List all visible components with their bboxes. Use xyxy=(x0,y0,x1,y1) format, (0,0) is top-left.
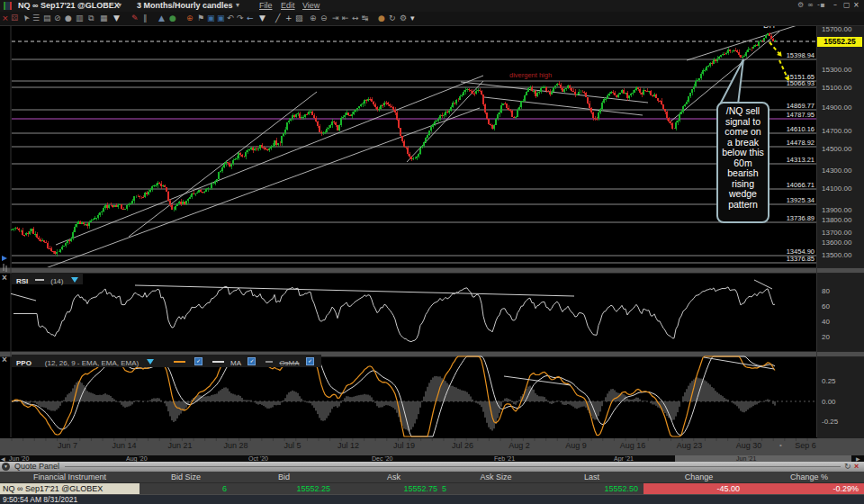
ppo-params: (12, 26, 9 - EMA, EMA, EMA) xyxy=(45,359,139,367)
volume-bars-icon[interactable]: ∥ xyxy=(143,12,148,24)
erase-icon[interactable]: ⊘ xyxy=(54,12,61,24)
svg-text:14610.16: 14610.16 xyxy=(787,125,814,133)
quote-col-header[interactable]: Bid xyxy=(232,472,336,482)
quote-col-header[interactable]: Change xyxy=(644,472,754,482)
maximize-icon[interactable]: ▢ xyxy=(843,1,850,9)
minimize-icon[interactable]: – xyxy=(833,1,837,9)
rsi-label-chip[interactable]: RSI (14) xyxy=(12,273,83,284)
svg-text:-0.25: -0.25 xyxy=(822,418,839,426)
ppo-close-button[interactable]: × xyxy=(2,356,7,364)
menu-view[interactable]: View xyxy=(302,1,320,10)
compress-h-icon[interactable]: ↹ xyxy=(362,12,369,24)
theme-icon[interactable]: ● xyxy=(378,12,385,24)
menu-edit[interactable]: Edit xyxy=(281,1,295,10)
svg-text:14478.92: 14478.92 xyxy=(787,139,814,147)
quote-col-header[interactable]: Ask Size xyxy=(452,472,540,482)
ppo-label-chip[interactable]: PPO (12, 26, 9 - EMA, EMA, EMA) ✓ MA ✓ O… xyxy=(12,355,321,367)
triangle-up-icon[interactable]: ▲ xyxy=(158,12,165,24)
symbol-caret-icon[interactable]: ▾ xyxy=(118,1,122,9)
redo-icon[interactable]: ↷ xyxy=(237,12,244,24)
rsi-settings-icon[interactable] xyxy=(71,277,78,283)
ppo-plot xyxy=(12,356,816,436)
dropdown-icon[interactable]: ▼ xyxy=(113,12,120,24)
quote-row[interactable]: NQ ∞ Sep17'21 @GLOBEX615552.2515552.75 5… xyxy=(0,483,864,494)
ma-checkbox[interactable]: ✓ xyxy=(248,357,256,365)
ppo-settings-icon[interactable] xyxy=(147,359,154,364)
svg-text:14900.00: 14900.00 xyxy=(822,104,852,112)
zoom-in-icon[interactable]: ⊕ xyxy=(310,12,317,24)
svg-text:15700.00: 15700.00 xyxy=(822,25,852,33)
symbol-title[interactable]: NQ ∞ Sep17'21 @GLOBEX xyxy=(18,1,120,10)
text-box-icon[interactable]: ▣ xyxy=(207,12,215,24)
quote-col-header[interactable]: Bid Size xyxy=(140,472,232,482)
settings-icon[interactable]: ⚙ xyxy=(400,12,407,24)
osma-checkbox[interactable]: ✓ xyxy=(306,357,314,365)
quote-col-header[interactable]: Change % xyxy=(754,472,864,482)
draw-pencil-icon[interactable]: ✎ xyxy=(131,12,139,24)
price-chart[interactable]: 15398.9415151.6515066.9314869.7714787.95… xyxy=(0,0,864,504)
trendline-icon[interactable]: ╱ xyxy=(275,12,280,24)
refresh-icon[interactable]: ↻ xyxy=(389,12,396,24)
callout-tail xyxy=(720,59,743,104)
window-close-icon[interactable]: × xyxy=(853,1,860,9)
date-label: Jun 21 xyxy=(158,441,202,450)
bar-right-icon[interactable]: ⇥ xyxy=(332,12,339,24)
osma-line-sample xyxy=(266,361,273,363)
circle-icon[interactable]: ● xyxy=(65,12,72,24)
quote-col-header[interactable]: Financial Instrument xyxy=(0,472,140,482)
target-icon[interactable]: ⊕ xyxy=(186,12,194,24)
gear-icon[interactable]: ⚙ xyxy=(797,1,804,9)
grid-icon[interactable]: ▦ xyxy=(100,12,108,24)
date-label: Aug 9 xyxy=(554,441,598,450)
svg-text:13925.34: 13925.34 xyxy=(787,196,814,204)
folder-icon[interactable]: ▥ xyxy=(76,12,84,24)
layout-dice-icon[interactable]: ⚄ xyxy=(11,12,18,24)
svg-text:15300.00: 15300.00 xyxy=(822,66,852,74)
more-dropdown-icon[interactable]: ▾ xyxy=(410,12,415,24)
trading-app-window: 15398.9415151.6515066.9314869.7714787.95… xyxy=(0,0,864,504)
ppo-checkbox[interactable]: ✓ xyxy=(194,357,202,365)
timeframe-title[interactable]: 3 Months/Hourly candles xyxy=(137,1,233,10)
sell-signal-callout[interactable]: /NQ sell signal to come on a break below… xyxy=(716,102,770,223)
crosshair-icon[interactable]: + xyxy=(285,12,292,24)
arrow-left-icon[interactable]: ← xyxy=(247,12,254,24)
expand-h-icon[interactable]: ↔ xyxy=(352,12,359,24)
rsi-close-button[interactable]: × xyxy=(2,274,7,283)
date-label: Aug 30 xyxy=(726,441,771,450)
list-icon[interactable]: ☰ xyxy=(32,12,40,24)
svg-text:0.25: 0.25 xyxy=(822,377,836,385)
date-label: Jun 7 xyxy=(45,441,90,450)
trendlines xyxy=(36,19,817,272)
quote-panel-title: Quote Panel xyxy=(14,462,59,472)
quote-col-header[interactable]: Ask xyxy=(336,472,452,482)
zoom-out-icon[interactable]: ⊖ xyxy=(320,12,328,24)
rsi-line-sample xyxy=(35,279,44,281)
menu-file[interactable]: File xyxy=(259,1,273,10)
svg-text:14300.00: 14300.00 xyxy=(822,166,852,175)
bar-left-icon[interactable]: ⇤ xyxy=(342,12,349,24)
timeframe-caret-icon[interactable]: ▾ xyxy=(236,1,239,9)
rsi-label: RSI xyxy=(16,277,28,285)
notes-icon[interactable]: ▤ xyxy=(43,12,51,24)
quote-panel-collapse-button[interactable]: ▼ xyxy=(2,463,10,471)
callout-box-icon[interactable]: ▣ xyxy=(217,12,225,24)
flag-icon[interactable]: ⚑ xyxy=(197,12,204,24)
svg-text:13900.00: 13900.00 xyxy=(822,206,852,214)
ma-label: MA xyxy=(230,359,241,367)
ppo-line-sample xyxy=(174,361,185,363)
rsi-plot xyxy=(10,280,775,342)
close-icon[interactable]: × xyxy=(2,12,9,24)
quote-refresh-icon[interactable]: ↻ xyxy=(844,462,851,472)
quote-close-icon[interactable]: × xyxy=(854,462,859,472)
cursor-icon[interactable]: ➤ xyxy=(19,12,33,24)
undo-icon[interactable]: ↶ xyxy=(227,12,234,24)
link-icon[interactable]: ∞ xyxy=(807,1,814,9)
quote-panel-header[interactable]: ▼ Quote Panel ↻ × xyxy=(0,462,864,472)
date-label: Aug 2 xyxy=(497,441,542,450)
dropdown2-icon[interactable]: ▼ xyxy=(259,12,266,24)
green-dot-icon[interactable]: ● xyxy=(169,12,176,24)
pattern-icon[interactable]: ▨ xyxy=(295,12,303,24)
quote-col-header[interactable]: Last xyxy=(540,472,644,482)
new-window-icon[interactable]: ⧉ xyxy=(88,12,94,24)
pin-icon[interactable]: -▪ xyxy=(817,1,824,9)
